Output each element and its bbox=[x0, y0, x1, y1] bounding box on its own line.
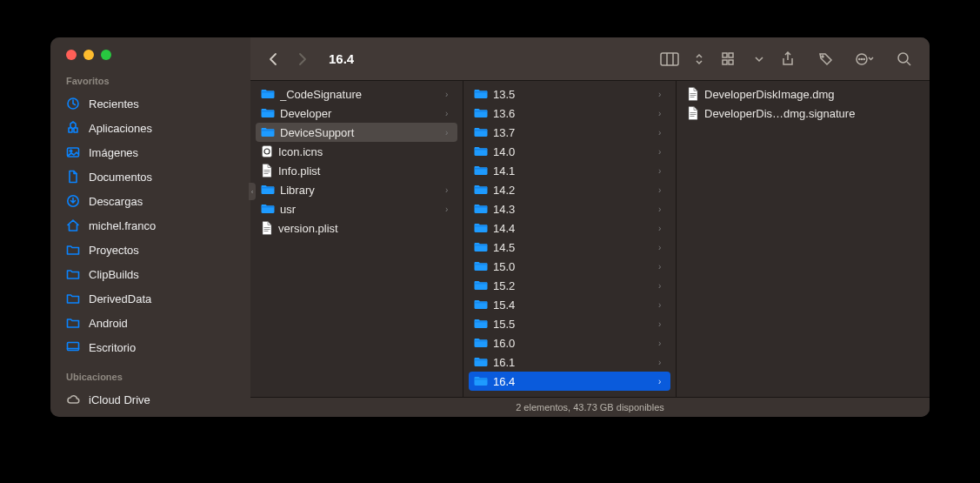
folder-icon bbox=[474, 357, 488, 367]
sidebar-item-aplicaciones[interactable]: Aplicaciones bbox=[50, 116, 250, 140]
file-row[interactable]: Info.plist bbox=[256, 161, 457, 180]
folder-icon bbox=[474, 261, 488, 272]
chevron-right-icon: › bbox=[445, 109, 452, 118]
file-row[interactable]: Developer› bbox=[256, 104, 457, 123]
file-row[interactable]: 14.1› bbox=[469, 161, 670, 180]
file-row[interactable]: 16.1› bbox=[469, 352, 670, 372]
file-label: 16.1 bbox=[493, 356, 653, 369]
file-row[interactable]: 13.7› bbox=[469, 123, 670, 142]
file-row[interactable]: 15.2› bbox=[469, 276, 670, 295]
minimize-window-button[interactable] bbox=[83, 50, 94, 60]
action-menu-button[interactable] bbox=[850, 47, 879, 71]
svg-point-17 bbox=[898, 53, 908, 63]
file-label: 15.4 bbox=[493, 299, 653, 312]
file-row[interactable]: 14.4› bbox=[469, 218, 670, 238]
svg-rect-19 bbox=[263, 146, 272, 158]
sidebar: FavoritosRecientesAplicacionesImágenesDo… bbox=[50, 37, 250, 417]
column-1: 13.5›13.6›13.7›14.0›14.1›14.2›14.3›14.4›… bbox=[463, 81, 677, 397]
sidebar-item-documentos[interactable]: Documentos bbox=[50, 164, 250, 189]
sidebar-section-label: Favoritos bbox=[50, 74, 250, 91]
svg-point-2 bbox=[70, 150, 71, 151]
file-row[interactable]: version.plist bbox=[256, 218, 457, 238]
folder-icon bbox=[66, 292, 80, 305]
folder-icon bbox=[474, 242, 488, 252]
file-row[interactable]: usr› bbox=[256, 199, 457, 218]
file-label: Info.plist bbox=[278, 164, 452, 178]
chevron-right-icon: › bbox=[658, 281, 665, 291]
file-row[interactable]: 15.0› bbox=[469, 257, 670, 276]
svg-point-16 bbox=[863, 58, 864, 59]
chevron-right-icon: › bbox=[658, 109, 665, 118]
chevron-right-icon: › bbox=[658, 300, 665, 310]
svg-rect-5 bbox=[661, 53, 678, 65]
view-options-menu[interactable] bbox=[693, 47, 705, 71]
file-row[interactable]: 13.6› bbox=[469, 104, 670, 123]
svg-rect-31 bbox=[690, 114, 697, 115]
folder-icon bbox=[261, 204, 275, 214]
sidebar-item-android[interactable]: Android bbox=[50, 311, 250, 335]
file-row[interactable]: 15.5› bbox=[469, 314, 670, 333]
close-window-button[interactable] bbox=[66, 50, 77, 60]
file-label: 15.2 bbox=[493, 279, 653, 292]
file-icon bbox=[687, 106, 699, 120]
file-row[interactable]: DeveloperDiskImage.dmg bbox=[682, 84, 924, 104]
file-label: usr bbox=[280, 203, 440, 216]
chevron-right-icon: › bbox=[658, 262, 665, 272]
zoom-window-button[interactable] bbox=[101, 50, 111, 60]
file-row[interactable]: 14.3› bbox=[469, 199, 670, 218]
sidebar-item-label: Escritorio bbox=[89, 341, 136, 354]
sidebar-item-escritorio[interactable]: Escritorio bbox=[50, 335, 250, 359]
view-columns-button[interactable] bbox=[655, 47, 684, 71]
folder-icon bbox=[474, 280, 488, 291]
nav-back-button[interactable] bbox=[261, 48, 285, 70]
file-row[interactable]: _CodeSignature› bbox=[256, 84, 457, 104]
file-row[interactable]: DeveloperDis…dmg.signature bbox=[682, 104, 924, 123]
folder-icon bbox=[474, 338, 488, 348]
file-row[interactable]: Icon.icns bbox=[256, 142, 457, 161]
finder-window: FavoritosRecientesAplicacionesImágenesDo… bbox=[50, 37, 930, 417]
svg-rect-29 bbox=[690, 97, 695, 97]
search-button[interactable] bbox=[890, 47, 919, 71]
folder-icon bbox=[474, 127, 488, 138]
file-row[interactable]: 14.2› bbox=[469, 180, 670, 199]
download-icon bbox=[66, 194, 80, 208]
file-label: 14.5 bbox=[493, 241, 653, 254]
sidebar-item-icloud-drive[interactable]: iCloud Drive bbox=[50, 387, 250, 412]
sidebar-item-label: Recientes bbox=[89, 97, 139, 111]
file-row[interactable]: 14.0› bbox=[469, 142, 670, 161]
file-row[interactable]: 14.5› bbox=[469, 238, 670, 257]
file-row[interactable]: 16.4› bbox=[469, 372, 670, 391]
file-icon bbox=[261, 164, 273, 178]
sidebar-item-recientes[interactable]: Recientes bbox=[50, 91, 250, 116]
sidebar-item-label: michel.franco bbox=[89, 219, 156, 232]
sidebar-item-descargas[interactable]: Descargas bbox=[50, 189, 250, 213]
sidebar-item-proyectos[interactable]: Proyectos bbox=[50, 238, 250, 262]
sidebar-item-deriveddata[interactable]: DerivedData bbox=[50, 286, 250, 311]
folder-icon bbox=[261, 89, 275, 99]
group-by-button[interactable] bbox=[716, 47, 745, 71]
svg-rect-10 bbox=[723, 60, 727, 64]
sidebar-item-clipbuilds[interactable]: ClipBuilds bbox=[50, 262, 250, 286]
sidebar-item-im-genes[interactable]: Imágenes bbox=[50, 140, 250, 164]
tags-button[interactable] bbox=[811, 47, 841, 71]
file-label: DeveloperDis…dmg.signature bbox=[704, 107, 919, 120]
file-row[interactable]: 13.5› bbox=[469, 84, 670, 104]
file-row[interactable]: DeviceSupport› bbox=[256, 123, 457, 142]
svg-point-15 bbox=[861, 58, 862, 59]
folder-icon bbox=[261, 108, 275, 118]
folder-icon bbox=[66, 316, 80, 330]
chevron-right-icon: › bbox=[658, 147, 665, 157]
chevron-right-icon: › bbox=[658, 224, 665, 233]
file-row[interactable]: Library› bbox=[256, 180, 457, 199]
share-button[interactable] bbox=[773, 47, 803, 71]
file-label: DeveloperDiskImage.dmg bbox=[704, 88, 919, 101]
sidebar-item-michel-franco[interactable]: michel.franco bbox=[50, 213, 250, 238]
sidebar-item-label: Imágenes bbox=[89, 146, 138, 159]
sidebar-item-label: Proyectos bbox=[89, 244, 139, 257]
chevron-right-icon: › bbox=[658, 90, 665, 99]
nav-forward-button[interactable] bbox=[290, 48, 315, 70]
group-by-menu[interactable] bbox=[754, 47, 764, 71]
file-row[interactable]: 15.4› bbox=[469, 295, 670, 314]
chevron-right-icon: › bbox=[658, 319, 665, 329]
file-row[interactable]: 16.0› bbox=[469, 333, 670, 352]
